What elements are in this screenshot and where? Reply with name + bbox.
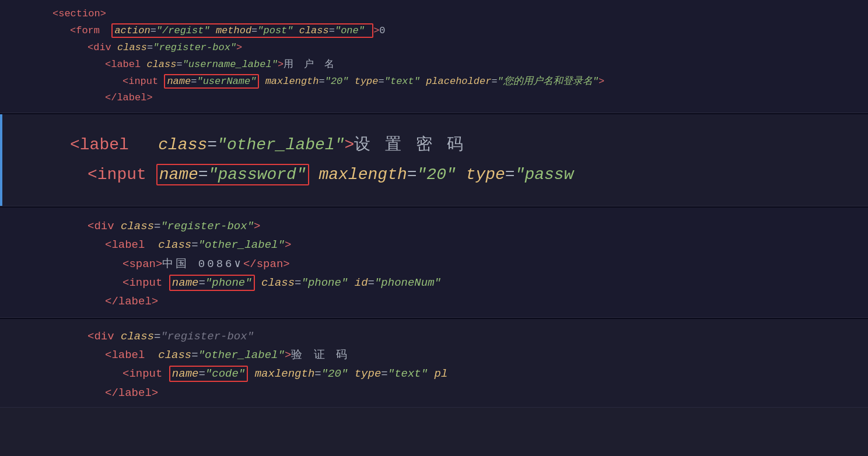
line-div-register3: <div class="register-box"	[35, 327, 868, 346]
line-input-password: <input name="password" maxlength="20" ty…	[35, 160, 868, 190]
code-section-3: <div class="register-box"> <label class=…	[0, 208, 868, 317]
phone-highlight: name="phone"	[169, 275, 255, 291]
line-input-username: <input name="userName" maxlength="20" ty…	[35, 73, 868, 90]
line-div-register: <div class="register-box">	[35, 40, 868, 57]
line-label-username: <label class="username_label">用 户 名	[35, 57, 868, 73]
code-section-1: <section> <form action="/regist" method=…	[0, 0, 868, 113]
line-input-code: <input name="code" maxlength="20" type="…	[35, 364, 868, 383]
line-label-close2: </label>	[35, 292, 868, 311]
code-section-2: <label class="other_label">设 置 密 码 <inpu…	[0, 114, 868, 206]
line-span-phone: <span>中国 0086∨</span>	[35, 255, 868, 273]
line-label-close3: </label>	[35, 384, 868, 402]
code-section-4: <div class="register-box" <label class="…	[0, 319, 868, 408]
line-label-password: <label class="other_label">设 置 密 码	[35, 131, 868, 160]
line-label-other2: <label class="other_label">	[35, 236, 868, 254]
code-editor: <section> <form action="/regist" method=…	[0, 0, 868, 456]
line-input-phone: <input name="phone" class="phone" id="ph…	[35, 273, 868, 292]
username-highlight: name="userName"	[164, 74, 259, 89]
line-section-open: <section>	[35, 6, 868, 23]
code-highlight: name="code"	[169, 366, 248, 382]
line-div-register2: <div class="register-box">	[35, 217, 868, 236]
line-label-other3: <label class="other_label">验 证 码	[35, 346, 868, 364]
form-highlight-box: action="/regist" method="post" class="on…	[111, 23, 373, 38]
line-form: <form action="/regist" method="post" cla…	[35, 23, 868, 40]
line-label-close: </label>	[35, 90, 868, 107]
password-highlight: name="password"	[156, 164, 309, 185]
